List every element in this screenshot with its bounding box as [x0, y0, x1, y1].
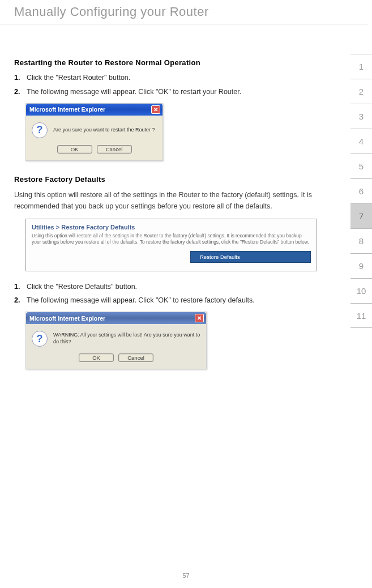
restart-confirm-dialog: Microsoft Internet Explorer ✕ ? Are you …: [25, 103, 163, 161]
step-number: 1.: [14, 282, 27, 292]
cancel-button[interactable]: Cancel: [118, 353, 153, 362]
step-number: 2.: [14, 295, 27, 306]
dialog-title: Microsoft Internet Explorer: [29, 106, 105, 113]
page-number: 57: [182, 572, 189, 579]
ok-button[interactable]: OK: [79, 353, 114, 362]
step-number: 1.: [14, 73, 27, 83]
panel-text: Using this option will restore all of th…: [32, 233, 311, 245]
dialog-body: ? Are you sure you want to restart the R…: [26, 116, 163, 160]
step-text: Click the "Restart Router" button.: [27, 73, 130, 83]
nav-item-7[interactable]: 7: [350, 203, 372, 228]
panel-title: Utilities > Restore Factory Defaults: [32, 224, 311, 231]
section3-steps: 1. Click the "Restore Defaults" button. …: [14, 282, 314, 306]
step-number: 2.: [14, 87, 27, 97]
close-icon[interactable]: ✕: [151, 105, 160, 114]
step-item: 2. The following message will appear. Cl…: [14, 295, 314, 306]
dialog-message: Are you sure you want to restart the Rou…: [53, 127, 155, 134]
step-text: The following message will appear. Click…: [27, 295, 255, 306]
nav-item-11[interactable]: 11: [350, 303, 372, 328]
dialog-titlebar: Microsoft Internet Explorer ✕: [26, 312, 206, 324]
step-item: 2. The following message will appear. Cl…: [14, 87, 314, 97]
nav-item-6[interactable]: 6: [350, 178, 372, 203]
nav-item-2[interactable]: 2: [350, 79, 372, 104]
dialog-body: ? WARNING: All your settings will be los…: [26, 324, 206, 369]
section2-heading: Restore Factory Defaults: [14, 175, 314, 184]
ok-button[interactable]: OK: [57, 145, 92, 154]
nav-item-4[interactable]: 4: [350, 129, 372, 154]
question-icon: ?: [32, 122, 48, 138]
question-icon: ?: [32, 331, 48, 347]
restore-defaults-button[interactable]: Restore Defaults: [190, 251, 311, 263]
nav-item-3[interactable]: 3: [350, 104, 372, 129]
dialog-message: WARNING: All your settings will be lost!…: [53, 332, 200, 345]
step-item: 1. Click the "Restart Router" button.: [14, 73, 314, 83]
page-title: Manually Configuring your Router: [14, 5, 314, 24]
nav-item-5[interactable]: 5: [350, 154, 372, 178]
section-nav: 1 2 3 4 5 6 7 8 9 10 11: [350, 54, 372, 328]
dialog-titlebar: Microsoft Internet Explorer ✕: [26, 104, 163, 116]
close-icon[interactable]: ✕: [195, 314, 204, 322]
nav-item-10[interactable]: 10: [350, 278, 372, 303]
nav-item-1[interactable]: 1: [350, 54, 372, 79]
nav-item-9[interactable]: 9: [350, 253, 372, 278]
step-text: The following message will appear. Click…: [27, 87, 241, 97]
nav-item-8[interactable]: 8: [350, 228, 372, 253]
title-rule: [0, 24, 368, 24]
step-text: Click the "Restore Defaults" button.: [27, 282, 137, 292]
section2-body: Using this option will restore all of th…: [14, 189, 314, 212]
step-item: 1. Click the "Restore Defaults" button.: [14, 282, 314, 292]
restore-warning-dialog: Microsoft Internet Explorer ✕ ? WARNING:…: [25, 312, 207, 369]
section1-heading: Restarting the Router to Restore Normal …: [14, 58, 314, 67]
cancel-button[interactable]: Cancel: [97, 145, 132, 154]
restore-defaults-panel: Utilities > Restore Factory Defaults Usi…: [25, 219, 317, 271]
section1-steps: 1. Click the "Restart Router" button. 2.…: [14, 73, 314, 97]
dialog-title: Microsoft Internet Explorer: [29, 315, 105, 322]
